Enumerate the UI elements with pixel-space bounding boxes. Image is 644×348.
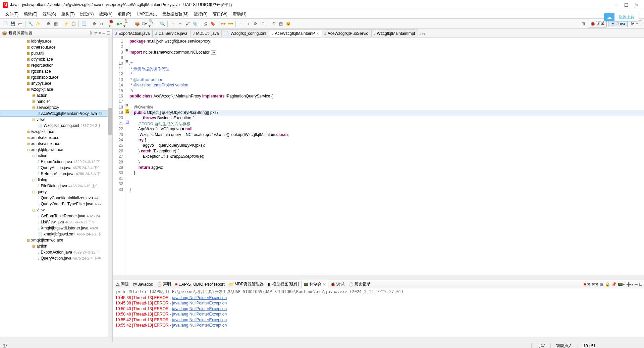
menu-item[interactable]: 项目(P)	[115, 11, 134, 18]
tree-item[interactable]: ⊟dialog	[0, 177, 112, 183]
tree-hscroll[interactable]	[0, 337, 112, 342]
exception-link[interactable]: java.lang.NullPointerException	[172, 318, 227, 322]
tree-item[interactable]: ⊞handler	[0, 98, 112, 105]
tree-item[interactable]: ⊞rgcbhs.ace	[0, 68, 112, 74]
tree-item[interactable]: JXmqktjbfgswdListener.java4828	[0, 225, 112, 231]
bottom-tab[interactable]: ■UAP-STUDIO error report	[173, 281, 227, 287]
search-icon[interactable]: 🔍	[159, 20, 166, 27]
menu-item[interactable]: 搜索(A)	[96, 11, 115, 18]
menu-item[interactable]: 窗口(W)	[210, 11, 230, 18]
save-icon[interactable]: 💾	[9, 20, 16, 27]
menu-item[interactable]: 编辑(E)	[21, 11, 40, 18]
bottom-tab[interactable]: ◧模型视图(组件)	[266, 281, 301, 288]
fold-gutter[interactable]: ⊞⊟⊟⚠☑	[125, 38, 128, 275]
cog-icon[interactable]: ⚙	[91, 20, 98, 27]
tree-item[interactable]: ⊞qtfymxb.ace	[0, 56, 112, 62]
menu-item[interactable]: 源码(S)	[40, 11, 59, 18]
tree-item[interactable]: ⊟xmqktjbfgswd.ace	[0, 147, 112, 153]
open-console-icon[interactable]: ➕▾	[626, 282, 633, 287]
bottom-tab[interactable]: ⚠问题	[114, 281, 131, 288]
tool-icon[interactable]: 🔧	[27, 20, 34, 27]
tree-item[interactable]: JQueryAction.java4675 24-2-4 下午	[0, 255, 112, 261]
gear-icon[interactable]: ⚙	[45, 20, 52, 27]
save-all-icon[interactable]: 🗃	[17, 20, 23, 27]
clear-console-icon[interactable]: 🗑	[600, 282, 604, 287]
tree-item[interactable]: ⊟xmqktjbxmwd.ace	[0, 237, 112, 243]
tree-item[interactable]: JExportAction.java4829 24-3-12 下	[0, 249, 112, 255]
bottom-tab[interactable]: 🕐历史记录	[346, 281, 373, 288]
tree-item[interactable]: 📄xmqktjbfgswd.xml4656 24-2-1 下	[0, 231, 112, 237]
remove-all-icon[interactable]: ✖✖	[592, 282, 598, 287]
minimize-button[interactable]: ─	[615, 2, 618, 8]
new-class-icon[interactable]: ©▾	[141, 20, 148, 27]
menu-item[interactable]: UAP工具集	[134, 11, 160, 18]
tree-item[interactable]: ⊟query	[0, 189, 112, 195]
menu-item[interactable]: 帮助(H)	[230, 11, 249, 18]
tree-item[interactable]: ⊟action	[0, 243, 112, 249]
ext-run-icon[interactable]: 🏃▾	[123, 20, 130, 27]
misc2-icon[interactable]: ⟳	[252, 20, 259, 27]
tree-item[interactable]: ⊞xmhtsrtzmx.ace	[0, 135, 112, 141]
tree-item[interactable]: ⊟wzcgfkjt.ace	[0, 86, 112, 92]
maximize-button[interactable]: ☐	[624, 2, 629, 8]
line-gutter[interactable]: 1239101112131415161718192021222324252627…	[113, 38, 125, 275]
editor-tab[interactable]: JExportAction.java	[113, 29, 153, 37]
maximize-view-icon[interactable]: ☐	[107, 31, 110, 36]
editor-tab[interactable]: JMD5Util.java	[190, 29, 222, 37]
code-area[interactable]: package nc.ui.jych.wzcgfkjt.ace.servicep…	[128, 38, 644, 275]
clipboard-icon[interactable]: 📋	[70, 20, 77, 27]
tree-item[interactable]: JRefreshAction.java4780 24-3-6 下	[0, 171, 112, 177]
tree-item[interactable]: ⊞rgcbhsbold.ace	[0, 74, 112, 80]
menu-item[interactable]: 元数据校验(M)	[160, 11, 191, 18]
tree-item[interactable]: ⊟view	[0, 117, 112, 123]
tree-item[interactable]: JExportAction.java4829 24-3-12 下	[0, 159, 112, 165]
exception-link[interactable]: java.lang.NullPointerException	[172, 301, 227, 305]
up-icon[interactable]: ↑	[237, 20, 244, 27]
tree-item[interactable]: ⊞wzcgfkzf.ace	[0, 129, 112, 135]
tree-item[interactable]: JQueryOrderBillTypeFilter.java465	[0, 201, 112, 207]
down-icon[interactable]: ↓	[245, 20, 252, 27]
minimize-view-icon[interactable]: ─	[102, 31, 105, 36]
editor-tab[interactable]: JWzcgfkjtMaintainImpl	[371, 29, 418, 37]
tree-item[interactable]: ⊞xmhtsrysmx.ace	[0, 141, 112, 147]
tree-item[interactable]: 📄Wzcgfkjt_config.xml4817 24-3-1	[0, 123, 112, 129]
run-icon[interactable]: ▶▾	[116, 20, 123, 27]
view-menu-icon[interactable]: ▾	[99, 31, 101, 36]
bottom-tab[interactable]: 📟控制台 ✕	[301, 281, 328, 288]
exception-link[interactable]: java.lang.NullPointerException	[172, 323, 227, 328]
tree-item[interactable]: JFileDialog.java4468 24-1-16 上午	[0, 183, 112, 189]
close-tab-icon[interactable]: ✕	[323, 282, 326, 287]
tree-item[interactable]: ⊞report.action	[0, 62, 112, 68]
cat-icon[interactable]: 🐱	[285, 20, 291, 27]
tree-item[interactable]: JAceWzcgfkjtMaintainProxy.java48	[0, 111, 112, 117]
menu-item[interactable]: 运行(R)	[191, 11, 210, 18]
toggle-icon[interactable]: ↔	[169, 20, 176, 27]
tree-item[interactable]: ⊟serviceproxy	[0, 105, 112, 111]
stop-icon[interactable]: ■	[583, 282, 586, 287]
tree-item[interactable]: JGcBomTableRender.java4825 24	[0, 213, 112, 219]
back-icon[interactable]: ⬅▾	[220, 20, 226, 27]
upload-button[interactable]: ☁ 拖拽上传	[604, 13, 639, 21]
remove-launch-icon[interactable]: ✖	[587, 282, 590, 287]
close-tab-icon[interactable]: ✕	[316, 32, 319, 36]
lightning-icon[interactable]: ⚡	[63, 20, 69, 27]
debug-icon[interactable]: 🐞▾	[109, 20, 115, 27]
console-hscroll[interactable]	[113, 337, 644, 342]
editor-hscroll[interactable]	[113, 275, 644, 280]
editor-tab[interactable]: 📄Wzcgfkjt_config.xml	[222, 29, 269, 37]
tree-item[interactable]: ⊞othersout.ace	[0, 44, 112, 50]
link-editor-icon[interactable]: ⇄	[94, 31, 98, 36]
tree-scrollbar[interactable]	[108, 38, 112, 337]
misc-icon[interactable]: ◘	[98, 20, 105, 27]
wand-icon[interactable]: ✨	[35, 20, 41, 27]
new-icon[interactable]: 📄	[2, 20, 9, 27]
editor-tab[interactable]: JAceWzcgfkjtMaintainP✕	[269, 29, 322, 37]
bookmark-icon[interactable]: 🔖	[209, 20, 216, 27]
editor-tab[interactable]: JCallService.java	[153, 29, 190, 37]
tree-item[interactable]: JQueryConditionInitializer.java446	[0, 195, 112, 201]
tree-item[interactable]: ⊟action	[0, 153, 112, 159]
bottom-tab[interactable]: 📁MDP资源管理器	[227, 281, 266, 288]
min-console-icon[interactable]: ─	[635, 282, 638, 287]
tree-item[interactable]: ⊟view	[0, 207, 112, 213]
console-output[interactable]: 10:45:38 [Thread-13] ERROR - java.lang.N…	[113, 295, 644, 337]
